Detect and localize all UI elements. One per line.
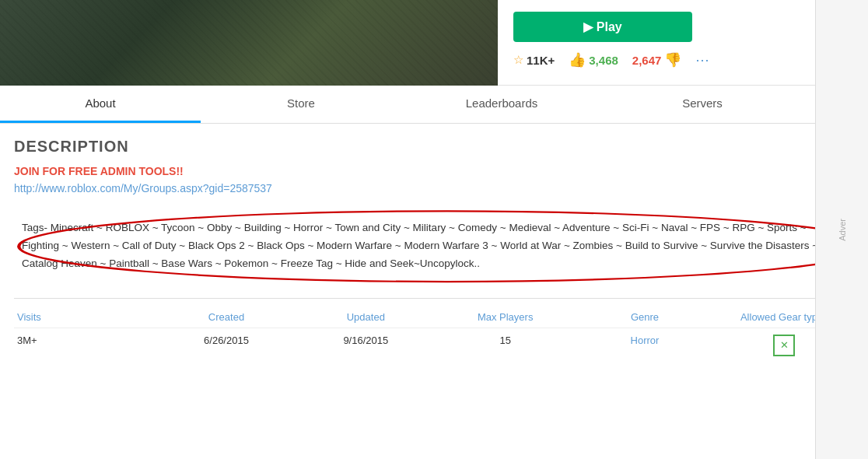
dislike-count: 2,647 xyxy=(632,54,662,67)
description-title: DESCRIPTION xyxy=(14,138,854,156)
join-text: JOIN FOR FREE ADMIN TOOLS!! xyxy=(14,165,854,177)
created-value: 6/26/2015 xyxy=(156,335,296,356)
tabs: About Store Leaderboards Servers xyxy=(0,86,868,124)
tab-servers[interactable]: Servers xyxy=(602,86,803,123)
like-section: 👍 3,468 xyxy=(569,51,618,68)
max-players-value: 15 xyxy=(436,335,575,356)
visits-value: 3M+ xyxy=(14,335,156,356)
content-area: DESCRIPTION JOIN FOR FREE ADMIN TOOLS!! … xyxy=(0,124,868,370)
stats-table: Visits Created Updated Max Players Genre… xyxy=(14,298,854,363)
advert-sidebar: Adver xyxy=(815,0,868,370)
header-visits: Visits xyxy=(14,311,156,323)
tab-store[interactable]: Store xyxy=(201,86,401,123)
thumbs-down-icon: 👎 xyxy=(664,51,681,68)
genre-value: Horror xyxy=(575,335,714,356)
tab-leaderboards[interactable]: Leaderboards xyxy=(401,86,602,123)
share-icon[interactable]: ⋯ xyxy=(695,51,709,68)
star-icon: ☆ xyxy=(513,53,523,67)
star-count: 11K+ xyxy=(527,54,555,67)
header-max-players: Max Players xyxy=(436,311,575,323)
ratings-row: ☆ 11K+ 👍 3,468 2,647 👎 ⋯ xyxy=(513,51,852,68)
top-section: ▶ Play ☆ 11K+ 👍 3,468 2,647 👎 ⋯ xyxy=(0,0,868,86)
like-count: 3,468 xyxy=(589,54,618,67)
updated-value: 9/16/2015 xyxy=(296,335,436,356)
game-image xyxy=(0,0,498,86)
play-button[interactable]: ▶ Play xyxy=(513,12,692,42)
stats-data-row: 3M+ 6/26/2015 9/16/2015 15 Horror ✕ xyxy=(14,328,854,363)
header-genre: Genre xyxy=(575,311,714,323)
header-updated: Updated xyxy=(296,311,436,323)
stats-panel: ▶ Play ☆ 11K+ 👍 3,468 2,647 👎 ⋯ xyxy=(498,0,868,85)
tags-text: Tags- Minecraft ~ ROBLOX ~ Tycoon ~ Obby… xyxy=(22,219,846,273)
tags-section: Tags- Minecraft ~ ROBLOX ~ Tycoon ~ Obby… xyxy=(14,208,854,284)
thumbs-up-icon: 👍 xyxy=(569,51,586,68)
gear-allowed-icon: ✕ xyxy=(773,335,795,356)
tab-about[interactable]: About xyxy=(0,86,201,123)
group-link[interactable]: http://www.roblox.com/My/Groups.aspx?gid… xyxy=(14,182,854,194)
stats-header-row: Visits Created Updated Max Players Genre… xyxy=(14,307,854,328)
dislike-section: 2,647 👎 xyxy=(632,51,682,68)
advert-label: Adver xyxy=(838,219,847,241)
star-rating: ☆ 11K+ xyxy=(513,53,555,67)
header-created: Created xyxy=(156,311,296,323)
